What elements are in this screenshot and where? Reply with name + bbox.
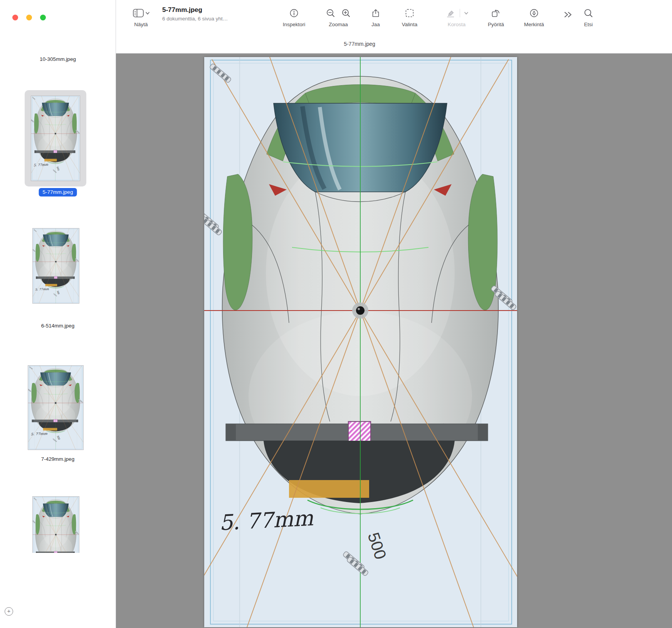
add-page-button[interactable]: +	[5, 607, 13, 616]
page-title: 5-77mm.jpeg	[302, 41, 417, 47]
thumbnail-label: 10-305mm.jpeg	[0, 56, 116, 62]
thumbnail-label: 6-514mm.jpeg	[0, 323, 116, 329]
highlight-label: Korosta	[448, 22, 466, 27]
rotate-square-icon	[491, 8, 501, 18]
share-label: Jaa	[371, 22, 380, 27]
view-menu-label: Näytä	[134, 22, 148, 27]
view-menu-button[interactable]: Näytä	[126, 8, 156, 27]
sidebar-panel-icon	[133, 9, 144, 17]
content-area	[116, 54, 672, 628]
zoom-in-icon[interactable]	[341, 8, 351, 18]
sidebar: 10-305mm.jpeg 5-77mm.jpeg 6-514mm.jpeg 7…	[0, 0, 116, 628]
search-label: Etsi	[584, 22, 593, 27]
inspector-label: Inspektori	[283, 22, 306, 27]
rotate-label: Pyöritä	[488, 22, 504, 27]
minimize-window-button[interactable]	[26, 15, 32, 20]
zoom-out-icon[interactable]	[326, 8, 335, 18]
document-canvas[interactable]	[204, 57, 517, 627]
double-chevron-icon	[564, 11, 572, 18]
rotate-button[interactable]: Pyöritä	[480, 8, 511, 27]
markup-button[interactable]: Merkintä	[517, 8, 551, 27]
document-title: 5-77mm.jpeg	[162, 6, 228, 14]
share-button[interactable]: Jaa	[362, 8, 389, 27]
zoom-buttons: Zoomaa	[319, 8, 358, 27]
search-icon	[584, 8, 593, 18]
dashed-selection-rect-icon	[405, 8, 414, 18]
highlight-button-group: Korosta	[437, 8, 477, 27]
thumbnail-7-429mm[interactable]	[28, 365, 84, 450]
divider	[460, 9, 460, 17]
pen-nib-circle-icon	[529, 8, 539, 18]
markup-label: Merkintä	[524, 22, 544, 27]
thumbnail-6-514mm[interactable]	[32, 228, 79, 304]
zoom-window-button[interactable]	[40, 15, 46, 20]
zoom-label: Zoomaa	[329, 22, 348, 27]
chevron-down-icon	[146, 12, 150, 15]
highlight-chevron-down-icon[interactable]	[464, 12, 468, 15]
toolbar: Näytä 5-77mm.jpeg 6 dokumenttia, 6 sivua…	[116, 0, 672, 54]
highlighter-icon[interactable]	[445, 8, 455, 18]
info-circle-icon	[289, 8, 299, 18]
selection-label: Valinta	[402, 22, 417, 27]
share-up-arrow-icon	[371, 8, 380, 18]
document-subtitle: 6 dokumenttia, 6 sivua yht…	[162, 16, 228, 22]
document-title-block: 5-77mm.jpeg 6 dokumenttia, 6 sivua yht…	[162, 6, 228, 22]
selected-thumbnail-label[interactable]: 5-77mm.jpeg	[39, 188, 77, 196]
selection-button[interactable]: Valinta	[394, 8, 425, 27]
search-button[interactable]: Etsi	[575, 8, 602, 27]
preview-window: 10-305mm.jpeg 5-77mm.jpeg 6-514mm.jpeg 7…	[0, 0, 672, 628]
thumbnail-label: 7-429mm.jpeg	[0, 456, 116, 462]
thumbnail-5-77mm[interactable]	[31, 96, 80, 181]
inspector-button[interactable]: Inspektori	[277, 8, 311, 27]
close-window-button[interactable]	[12, 15, 18, 20]
toolbar-overflow-button[interactable]	[560, 9, 576, 20]
thumbnail-partial[interactable]	[32, 496, 79, 553]
